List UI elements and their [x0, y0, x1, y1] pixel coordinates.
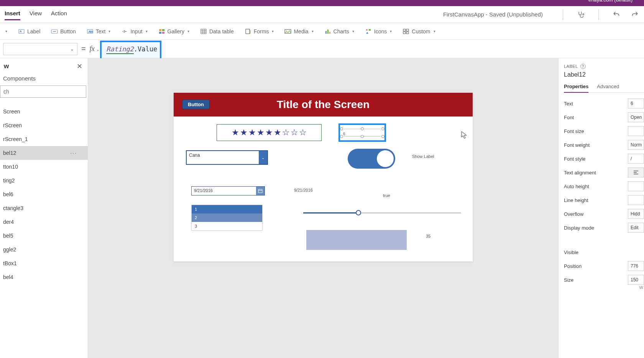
rating-control[interactable]: ★★★★★★☆☆☆ — [217, 124, 322, 141]
tree-item[interactable]: Screen — [0, 105, 88, 118]
tree-item[interactable]: tton10 — [0, 160, 88, 174]
svg-text:Abc: Abc — [89, 30, 93, 33]
ribbon-label-text: Button — [60, 28, 76, 34]
charts-icon — [324, 28, 331, 35]
chevron-down-icon[interactable]: ⌄ — [259, 151, 267, 164]
selected-label[interactable]: 6 — [338, 123, 386, 142]
star-icon[interactable]: ☆ — [291, 128, 298, 138]
align-left-icon[interactable] — [628, 168, 644, 177]
search-input[interactable] — [0, 85, 86, 98]
ribbon-label-text: Icons — [374, 28, 387, 34]
tab-properties[interactable]: Properties — [564, 84, 588, 92]
ribbon-label[interactable]: Label — [18, 28, 40, 35]
star-icon[interactable]: ★ — [257, 128, 264, 138]
property-value[interactable]: Edit — [628, 223, 644, 233]
property-value[interactable]: 776 — [628, 261, 644, 271]
star-icon[interactable]: ★ — [274, 128, 281, 138]
star-icon[interactable]: ★ — [265, 128, 273, 138]
ribbon-charts[interactable]: Charts — [324, 28, 354, 35]
rectangle-control[interactable] — [306, 230, 407, 250]
ribbon: Label Button Abc Text Input Gallery Data… — [0, 23, 644, 40]
more-icon[interactable]: ··· — [70, 150, 77, 156]
ribbon-custom[interactable]: Custom — [402, 28, 435, 35]
svg-rect-10 — [246, 29, 250, 34]
close-icon[interactable]: ✕ — [77, 62, 82, 71]
tab-action[interactable]: Action — [51, 10, 67, 19]
property-value[interactable] — [628, 126, 644, 136]
ribbon-label-text: Text — [96, 28, 106, 34]
date-value: 9/21/2016 — [192, 187, 256, 195]
tree-item[interactable]: der4 — [0, 215, 88, 229]
list-item[interactable]: 3 — [192, 222, 262, 230]
combo-box[interactable]: Cana ⌄ — [186, 150, 268, 165]
ribbon-dropdown[interactable] — [5, 29, 7, 33]
stethoscope-icon[interactable] — [576, 10, 585, 19]
tree-item[interactable]: bel6 — [0, 187, 88, 201]
property-selector[interactable]: ⌄ — [3, 43, 77, 55]
ribbon-button[interactable]: Button — [51, 28, 76, 35]
header-button[interactable]: Button — [182, 100, 210, 109]
tab-view[interactable]: View — [30, 10, 42, 19]
ribbon-media[interactable]: Media — [284, 28, 313, 35]
star-icon[interactable]: ☆ — [299, 128, 307, 138]
property-value[interactable]: 6 — [628, 99, 644, 108]
canvas-area[interactable]: Button Title of the Screen ★★★★★★☆☆☆ 6 S… — [88, 58, 558, 358]
star-icon[interactable]: ☆ — [282, 128, 290, 138]
ribbon-text[interactable]: Abc Text — [87, 28, 111, 35]
tree-item[interactable]: tBox1 — [0, 256, 88, 270]
svg-rect-13 — [325, 31, 327, 34]
tree-item[interactable]: rScreen_1 — [0, 132, 88, 146]
tab-insert[interactable]: Insert — [5, 10, 20, 19]
property-value[interactable]: Norm — [628, 140, 644, 150]
formula-input[interactable]: Rating2.Value — [103, 45, 641, 53]
tree-item[interactable]: rScreen — [0, 118, 88, 132]
property-row: Position776 — [564, 259, 644, 273]
list-item[interactable]: 2 — [192, 213, 262, 222]
tree-item[interactable]: ctangle3 — [0, 201, 88, 215]
star-icon[interactable]: ★ — [240, 128, 248, 138]
star-icon[interactable]: ★ — [248, 128, 256, 138]
control-name[interactable]: Label12 — [564, 71, 644, 78]
star-icon[interactable]: ★ — [232, 128, 239, 138]
tab-advanced[interactable]: Advanced — [597, 84, 619, 92]
property-row: Text alignment — [564, 166, 644, 179]
property-value[interactable]: Open — [628, 112, 644, 122]
ribbon-input[interactable]: Input — [121, 28, 147, 35]
app-canvas[interactable]: Button Title of the Screen ★★★★★★☆☆☆ 6 S… — [174, 93, 473, 261]
fx-icon[interactable]: fx ⌄ — [90, 45, 100, 53]
toggle-control[interactable] — [348, 149, 395, 169]
redo-icon[interactable] — [630, 10, 639, 19]
tree-item[interactable]: bel12··· — [0, 146, 88, 160]
panel-subtitle[interactable]: Components — [0, 72, 88, 85]
svg-rect-17 — [369, 29, 371, 31]
list-item[interactable]: 1 — [192, 205, 262, 213]
list-box[interactable]: 1 2 3 — [191, 205, 263, 231]
svg-point-16 — [366, 29, 368, 31]
date-picker[interactable]: 9/21/2016 — [191, 186, 265, 195]
property-value[interactable] — [628, 195, 644, 205]
property-label: Font weight — [564, 142, 590, 148]
property-value[interactable]: Hidd — [628, 209, 644, 219]
property-value[interactable]: / — [628, 154, 644, 164]
ribbon-label-text: Custom — [412, 28, 430, 34]
ribbon-forms[interactable]: Forms — [245, 28, 274, 35]
slider-control[interactable] — [303, 212, 461, 213]
ribbon-label-text: Gallery — [168, 28, 184, 34]
property-value[interactable] — [628, 181, 644, 191]
help-icon[interactable]: ? — [580, 64, 586, 69]
ribbon-gallery[interactable]: Gallery — [158, 28, 189, 35]
calendar-icon[interactable] — [256, 187, 264, 195]
property-row: OverflowHidd — [564, 207, 644, 221]
ribbon-datatable[interactable]: Data table — [200, 28, 234, 35]
tree-list[interactable]: ScreenrScreenrScreen_1bel12···tton10ting… — [0, 101, 88, 284]
media-icon — [284, 28, 291, 35]
svg-rect-14 — [327, 30, 329, 34]
tree-item[interactable]: ggle2 — [0, 243, 88, 256]
undo-icon[interactable] — [612, 10, 621, 19]
ribbon-icons[interactable]: Icons — [365, 28, 392, 35]
tree-item[interactable]: ting2 — [0, 174, 88, 187]
tree-item[interactable]: bel4 — [0, 270, 88, 284]
property-label: Position — [564, 263, 582, 269]
property-value[interactable]: 150 — [628, 275, 644, 285]
tree-item[interactable]: bel5 — [0, 229, 88, 243]
